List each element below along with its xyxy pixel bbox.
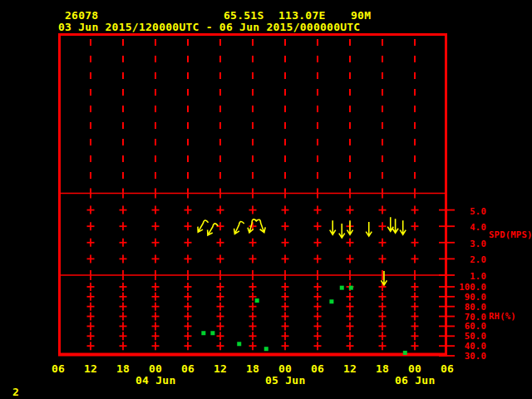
wind-arrow-glyph (205, 222, 219, 238)
wind-arrow (400, 220, 406, 234)
wind-arrow (366, 222, 372, 236)
x-tick-label: 00 (273, 363, 298, 374)
rh-tick-label: 50.0 (445, 332, 486, 341)
rh-data-point (403, 351, 407, 355)
rh-tick-label: 70.0 (445, 313, 486, 322)
wind-arrow (205, 222, 219, 238)
date-label: 06 Jun (395, 375, 435, 386)
wind-arrow-glyph (400, 220, 406, 234)
wind-arrow-glyph (255, 219, 267, 234)
rh-axis-title: RH(%) (489, 312, 516, 321)
wind-arrow (347, 220, 353, 234)
rh-data-point (210, 331, 214, 335)
rh-data-point (349, 286, 353, 290)
rh-tick-label: 100.0 (445, 283, 486, 292)
sounding-timeseries-screen: 26078 65.51S 113.07E 90M 03 Jun 2015/120… (0, 0, 532, 399)
rh-tick-label: 60.0 (445, 322, 486, 331)
wind-arrow (330, 220, 336, 234)
x-tick-label: 12 (78, 363, 103, 374)
rh-data-point (201, 331, 205, 335)
rh-tick-label: 40.0 (445, 342, 486, 351)
wind-arrow-glyph (366, 222, 372, 236)
wind-arrow (392, 219, 398, 233)
x-tick-label: 00 (402, 363, 427, 374)
date-label: 04 Jun (135, 375, 175, 386)
rh-tick-label: 80.0 (445, 303, 486, 312)
x-tick-label: 06 (435, 363, 460, 374)
spd-tick-label: 5.0 (445, 207, 486, 216)
x-tick-label: 12 (208, 363, 233, 374)
wind-arrow-glyph (392, 219, 398, 233)
rh-data-point (264, 347, 268, 351)
spd-axis-title: SPD(MPS) (489, 230, 532, 239)
rh-tick-label: 30.0 (445, 352, 486, 361)
rh-data-point (340, 286, 344, 290)
x-tick-label: 18 (111, 363, 135, 374)
x-tick-label: 06 (305, 363, 330, 374)
wind-arrow-glyph (232, 220, 244, 236)
wind-arrow (232, 220, 244, 236)
x-tick-label: 18 (370, 363, 395, 374)
wind-arrow-glyph (330, 220, 336, 234)
wind-arrow (255, 219, 267, 234)
wind-arrow-glyph (195, 219, 209, 234)
wind-arrow (195, 219, 209, 234)
wind-arrow-glyph (347, 220, 353, 234)
spd-tick-label: 3.0 (445, 239, 486, 249)
wind-arrow-glyph (339, 224, 345, 238)
rh-tick-label: 90.0 (445, 293, 486, 302)
spd-tick-label: 2.0 (445, 255, 486, 264)
spd-tick-label: 1.0 (445, 272, 486, 281)
page-number: 2 (12, 387, 19, 397)
x-tick-label: 18 (240, 363, 265, 374)
wind-arrow (339, 224, 345, 238)
rh-data-point (329, 299, 333, 303)
x-tick-label: 06 (46, 363, 71, 374)
rh-data-point (255, 298, 259, 303)
x-tick-label: 12 (337, 363, 362, 374)
rh-data-point (237, 342, 241, 346)
spd-tick-label: 4.0 (445, 223, 486, 232)
x-tick-label: 06 (175, 363, 200, 374)
date-label: 05 Jun (265, 375, 305, 386)
x-tick-label: 00 (143, 363, 168, 374)
